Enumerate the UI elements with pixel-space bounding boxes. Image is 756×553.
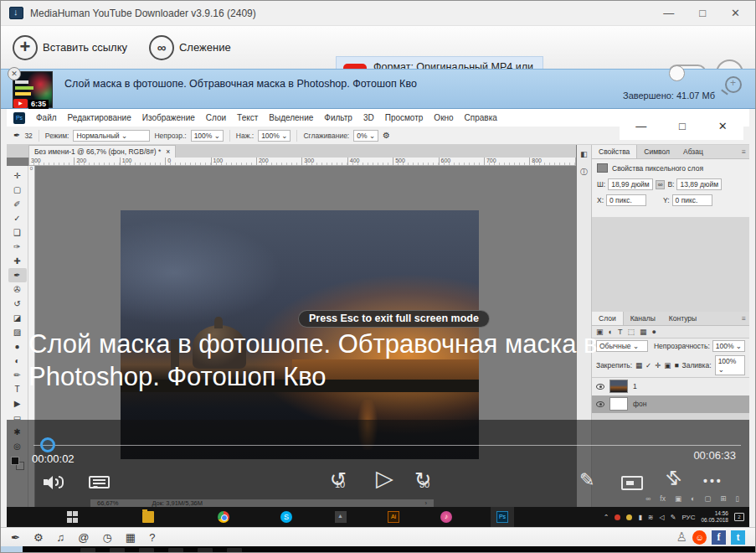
duration-badge: 6:35 [28,100,49,109]
forward-30-button[interactable]: ↻ 30 [414,469,431,489]
cleanup-broom-icon[interactable]: ✒ [11,532,20,543]
player-control-shade [7,420,749,507]
esc-hint: Press Esc to exit full screen mode [298,310,490,328]
ps-tool-icon: T [8,382,27,396]
edit-pencil-button[interactable]: ✎ [579,469,594,491]
ruler-number: 300 [28,158,74,165]
illustrator-icon: Ai [388,511,399,523]
ps-tool-icon: ✚ [8,254,27,268]
minimize-button[interactable]: — [663,8,674,18]
mascot-icon[interactable]: ♙ [676,530,687,545]
ps-menu-item: 3D [363,113,374,122]
visibility-eye-icon[interactable] [596,401,604,407]
mode-label: Режим: [45,132,69,140]
in-video-window-controls: — □ ✕ [620,112,743,140]
toggle-knob [669,65,685,81]
subtitles-button[interactable] [89,476,110,488]
wifi-icon: ≋ [648,514,654,521]
more-options-button[interactable]: ••• [703,474,723,488]
settings-gear-icon[interactable]: ⚙ [33,532,44,543]
tab-paths: Контуры [662,312,703,325]
title-bar: MediaHuman YouTube Downloader v3.9.16 (2… [1,1,755,26]
remove-item-icon[interactable]: ✕ [8,67,21,80]
brush-tool-icon: ✒ [13,131,20,140]
reveal-file-icon[interactable] [725,76,742,93]
opacity-select: 100% ⌄ [191,130,224,142]
pixel-layer-icon [597,163,608,173]
total-time: 00:06:33 [693,449,736,462]
rewind-10-button[interactable]: ↺ 10 [330,469,347,489]
video-player[interactable]: Ps ФайлРедактированиеИзображениеСлоиТекс… [7,109,749,527]
ps-menu-item: Редактирование [68,113,131,122]
ps-tool-icon: ◪ [8,311,27,325]
minimize-icon: — [635,120,646,132]
photoshop-icon: Ps [496,511,508,523]
layer-row-background[interactable]: фон [592,395,749,413]
ps-tool-icon: ▨ [8,325,27,339]
chrome-icon [218,511,229,523]
pip-button[interactable] [621,476,643,490]
layers-action-icon: ∞ [645,494,651,503]
ruler-number: 700 [484,158,529,165]
seek-bar[interactable] [33,445,741,446]
history-clock-icon[interactable]: ◷ [103,532,112,543]
music-note-icon[interactable]: ♫ [57,532,65,543]
gear-icon: ⚙ [383,131,390,140]
item-status: Завершено: 41.07 Мб [623,90,715,101]
flow-label: Наж.: [236,132,254,140]
tab-paragraph: Абзац [676,145,710,158]
layers-bottom-icons: ∞fx▣◐▢⊞▯ [645,494,739,503]
seek-knob[interactable] [40,437,55,452]
ps-document-tab: Без имени-1 @ 66,7% (фон, RGB/8#) * × [28,145,176,158]
ruler-number: 600 [439,158,484,165]
layer-thumbnail [609,397,628,411]
facebook-icon[interactable]: f [712,530,726,545]
photos-icon [335,511,347,523]
ps-menu-item: Текст [237,113,258,122]
twitter-icon[interactable]: t [731,530,745,545]
snail-speed-icon[interactable]: @ [78,532,89,543]
download-item-row[interactable]: ✕ ▶ 6:35 Слой маска в фотошопе. Обтравоч… [1,69,755,109]
status-toolbar: ✒ ⚙ ♫ @ ◷ ▦ ? ♙ ☺ f t [1,527,755,546]
brush-size: 32 [24,132,32,140]
opacity-label: Непрозр.: [154,132,186,140]
speaker-icon: ◁ [660,514,665,521]
maximize-button[interactable]: □ [699,8,706,18]
gift-icon[interactable]: ▦ [126,532,136,543]
recording-dot-icon [615,514,620,520]
ps-tool-icon: ✇ [8,282,27,297]
watch-label: Слежение [179,41,231,54]
battery-icon: ▮ [638,514,641,521]
host-taskbar-strip [1,546,755,553]
layers-action-icon: ◐ [691,494,695,503]
ruler-number: 800 [529,158,574,165]
layers-action-icon: fx [660,494,666,503]
ps-tool-icon: ✒ [8,268,27,282]
close-button[interactable]: ✕ [731,8,740,18]
notification-icon: 2 [734,513,744,521]
play-button[interactable]: ▷ [376,468,393,490]
ruler-number: 200 [74,158,119,165]
tray-chevron-icon: ⌃ [604,514,609,521]
reddit-icon[interactable]: ☺ [692,530,707,545]
layers-tabs: Слои Каналы Контуры ≡ [592,312,749,326]
ruler-number: 0 [165,158,210,165]
window-title: MediaHuman YouTube Downloader v3.9.16 (2… [30,8,256,19]
layers-action-icon: ▢ [704,494,711,503]
windows-start-icon [67,511,79,523]
ps-menu-item: Слои [206,113,226,122]
volume-button[interactable] [44,475,65,489]
paste-link-label: Вставить ссылку [43,41,127,54]
ruler-number: 400 [347,158,393,165]
ps-tool-icon: ❑ [8,225,27,240]
info-panel-icon: ⓘ [577,167,591,178]
paste-link-button[interactable]: + Вставить ссылку [13,35,127,60]
yellow-dot-icon [626,514,632,520]
tab-close-icon: × [166,146,170,158]
watch-clipboard-button[interactable]: ∞ Слежение [149,35,231,60]
help-icon[interactable]: ? [149,532,155,543]
panel-menu-icon: ≡ [735,312,749,325]
tab-character: Символ [637,145,676,158]
ps-tool-icon: ✏ [8,368,27,382]
layers-action-icon: ▯ [735,494,739,503]
